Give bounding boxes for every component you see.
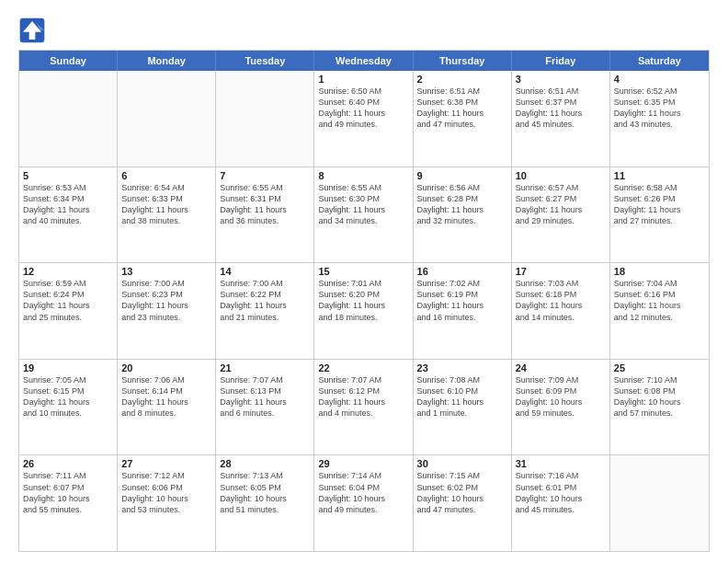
day-cell-6: 6Sunrise: 6:54 AMSunset: 6:33 PMDaylight… bbox=[118, 167, 216, 263]
cell-info-line: and 12 minutes. bbox=[614, 312, 705, 323]
cell-info-line: Sunrise: 6:52 AM bbox=[614, 86, 705, 97]
cell-info-line: and 49 minutes. bbox=[318, 119, 408, 130]
day-number: 19 bbox=[23, 362, 113, 373]
day-number: 13 bbox=[121, 266, 211, 277]
day-number: 14 bbox=[220, 266, 310, 277]
cell-info-line: and 38 minutes. bbox=[121, 215, 211, 226]
cell-info-line: Daylight: 11 hours bbox=[417, 108, 507, 119]
logo bbox=[18, 17, 50, 44]
weekday-header-wednesday: Wednesday bbox=[314, 51, 413, 71]
day-cell-19: 19Sunrise: 7:05 AMSunset: 6:15 PMDayligh… bbox=[19, 360, 118, 455]
cell-info-line: Sunset: 6:12 PM bbox=[318, 385, 408, 396]
day-number: 11 bbox=[614, 170, 705, 181]
cell-info-line: Sunset: 6:06 PM bbox=[121, 482, 211, 493]
day-number: 20 bbox=[121, 362, 211, 373]
cell-info-line: Daylight: 11 hours bbox=[516, 300, 606, 311]
cell-info-line: Sunrise: 6:53 AM bbox=[23, 182, 113, 193]
cell-info-line: Daylight: 11 hours bbox=[23, 300, 113, 311]
cell-info-line: Sunset: 6:18 PM bbox=[516, 289, 606, 300]
cell-info-line: Daylight: 11 hours bbox=[220, 300, 310, 311]
calendar-row-3: 19Sunrise: 7:05 AMSunset: 6:15 PMDayligh… bbox=[19, 359, 709, 455]
cell-info-line: Daylight: 10 hours bbox=[121, 493, 211, 504]
cell-info-line: Sunset: 6:26 PM bbox=[614, 193, 705, 204]
cell-info-line: Sunset: 6:23 PM bbox=[121, 289, 211, 300]
day-number: 4 bbox=[614, 74, 705, 85]
day-cell-22: 22Sunrise: 7:07 AMSunset: 6:12 PMDayligh… bbox=[314, 360, 413, 455]
day-number: 15 bbox=[318, 266, 408, 277]
day-cell-18: 18Sunrise: 7:04 AMSunset: 6:16 PMDayligh… bbox=[610, 263, 709, 359]
day-cell-17: 17Sunrise: 7:03 AMSunset: 6:18 PMDayligh… bbox=[512, 263, 610, 359]
empty-cell-0-2 bbox=[216, 71, 314, 167]
day-cell-30: 30Sunrise: 7:15 AMSunset: 6:02 PMDayligh… bbox=[414, 455, 512, 551]
cell-info-line: and 16 minutes. bbox=[417, 312, 507, 323]
day-cell-11: 11Sunrise: 6:58 AMSunset: 6:26 PMDayligh… bbox=[610, 167, 709, 263]
weekday-header-sunday: Sunday bbox=[19, 51, 118, 71]
cell-info-line: Sunrise: 6:58 AM bbox=[614, 182, 705, 193]
cell-info-line: Sunset: 6:19 PM bbox=[417, 289, 507, 300]
day-cell-15: 15Sunrise: 7:01 AMSunset: 6:20 PMDayligh… bbox=[314, 263, 413, 359]
cell-info-line: and 53 minutes. bbox=[121, 504, 211, 515]
cell-info-line: Daylight: 11 hours bbox=[417, 204, 507, 215]
cell-info-line: and 6 minutes. bbox=[220, 408, 310, 419]
cell-info-line: Daylight: 11 hours bbox=[417, 396, 507, 408]
cell-info-line: Sunrise: 7:14 AM bbox=[318, 470, 408, 481]
cell-info-line: Sunrise: 7:13 AM bbox=[220, 470, 310, 481]
cell-info-line: Sunset: 6:40 PM bbox=[318, 97, 408, 108]
cell-info-line: Sunset: 6:20 PM bbox=[318, 289, 408, 300]
cell-info-line: Sunset: 6:37 PM bbox=[516, 97, 606, 108]
cell-info-line: Daylight: 10 hours bbox=[417, 493, 507, 504]
cell-info-line: and 45 minutes. bbox=[516, 119, 606, 130]
cell-info-line: Sunset: 6:33 PM bbox=[121, 193, 211, 204]
calendar: SundayMondayTuesdayWednesdayThursdayFrid… bbox=[18, 50, 710, 552]
cell-info-line: and 34 minutes. bbox=[318, 215, 408, 226]
day-cell-31: 31Sunrise: 7:16 AMSunset: 6:01 PMDayligh… bbox=[512, 455, 610, 551]
cell-info-line: Sunrise: 7:01 AM bbox=[318, 278, 408, 289]
calendar-row-1: 5Sunrise: 6:53 AMSunset: 6:34 PMDaylight… bbox=[19, 167, 709, 263]
cell-info-line: Sunrise: 7:07 AM bbox=[318, 374, 408, 385]
cell-info-line: Daylight: 11 hours bbox=[23, 204, 113, 215]
day-number: 23 bbox=[417, 362, 507, 373]
weekday-header-saturday: Saturday bbox=[610, 51, 709, 71]
cell-info-line: Sunrise: 7:05 AM bbox=[23, 374, 113, 385]
day-cell-4: 4Sunrise: 6:52 AMSunset: 6:35 PMDaylight… bbox=[610, 71, 709, 167]
cell-info-line: Sunset: 6:09 PM bbox=[516, 385, 606, 396]
day-cell-2: 2Sunrise: 6:51 AMSunset: 6:38 PMDaylight… bbox=[414, 71, 512, 167]
day-cell-5: 5Sunrise: 6:53 AMSunset: 6:34 PMDaylight… bbox=[19, 167, 118, 263]
logo-icon bbox=[18, 17, 46, 44]
day-cell-8: 8Sunrise: 6:55 AMSunset: 6:30 PMDaylight… bbox=[314, 167, 413, 263]
weekday-header-friday: Friday bbox=[512, 51, 610, 71]
day-cell-14: 14Sunrise: 7:00 AMSunset: 6:22 PMDayligh… bbox=[216, 263, 314, 359]
cell-info-line: Sunrise: 6:50 AM bbox=[318, 86, 408, 97]
cell-info-line: Sunrise: 6:57 AM bbox=[516, 182, 606, 193]
day-number: 22 bbox=[318, 362, 408, 373]
cell-info-line: and 1 minute. bbox=[417, 408, 507, 419]
cell-info-line: Sunset: 6:15 PM bbox=[23, 385, 113, 396]
day-number: 5 bbox=[23, 170, 113, 181]
cell-info-line: and 59 minutes. bbox=[516, 408, 606, 419]
empty-cell-4-6 bbox=[610, 455, 709, 551]
cell-info-line: Daylight: 10 hours bbox=[23, 493, 113, 504]
day-number: 26 bbox=[23, 458, 113, 469]
cell-info-line: Sunset: 6:35 PM bbox=[614, 97, 705, 108]
day-cell-21: 21Sunrise: 7:07 AMSunset: 6:13 PMDayligh… bbox=[216, 360, 314, 455]
day-cell-12: 12Sunrise: 6:59 AMSunset: 6:24 PMDayligh… bbox=[19, 263, 118, 359]
cell-info-line: and 49 minutes. bbox=[318, 504, 408, 515]
cell-info-line: Sunrise: 6:51 AM bbox=[516, 86, 606, 97]
cell-info-line: and 25 minutes. bbox=[23, 312, 113, 323]
day-cell-29: 29Sunrise: 7:14 AMSunset: 6:04 PMDayligh… bbox=[314, 455, 413, 551]
day-cell-27: 27Sunrise: 7:12 AMSunset: 6:06 PMDayligh… bbox=[118, 455, 216, 551]
calendar-row-2: 12Sunrise: 6:59 AMSunset: 6:24 PMDayligh… bbox=[19, 262, 709, 359]
day-number: 18 bbox=[614, 266, 705, 277]
cell-info-line: Daylight: 10 hours bbox=[516, 396, 606, 408]
day-number: 27 bbox=[121, 458, 211, 469]
empty-cell-0-0 bbox=[19, 71, 118, 167]
cell-info-line: Sunset: 6:13 PM bbox=[220, 385, 310, 396]
cell-info-line: Daylight: 11 hours bbox=[220, 396, 310, 408]
day-cell-26: 26Sunrise: 7:11 AMSunset: 6:07 PMDayligh… bbox=[19, 455, 118, 551]
day-cell-16: 16Sunrise: 7:02 AMSunset: 6:19 PMDayligh… bbox=[414, 263, 512, 359]
cell-info-line: Daylight: 11 hours bbox=[121, 396, 211, 408]
day-number: 31 bbox=[516, 458, 606, 469]
cell-info-line: Daylight: 11 hours bbox=[23, 396, 113, 408]
cell-info-line: Sunrise: 7:15 AM bbox=[417, 470, 507, 481]
cell-info-line: Sunset: 6:16 PM bbox=[614, 289, 705, 300]
